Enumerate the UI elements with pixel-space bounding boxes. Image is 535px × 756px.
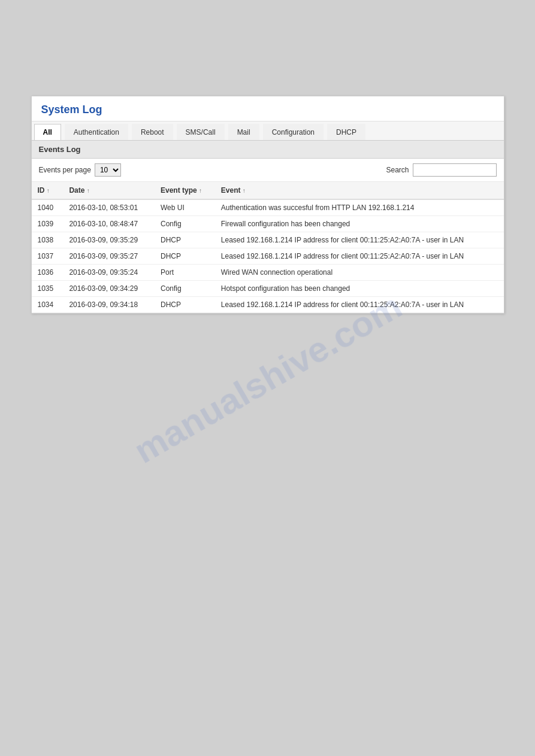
cell-id: 1035 [32, 281, 64, 297]
cell-date: 2016-03-09, 09:34:29 [63, 281, 155, 297]
cell-date: 2016-03-09, 09:35:24 [63, 265, 155, 281]
tab-all[interactable]: All [34, 124, 61, 140]
cell-event-type: Config [155, 281, 215, 297]
search-label: Search [386, 166, 409, 174]
cell-event: Authentication was succesful from HTTP L… [215, 199, 504, 216]
system-log-panel: System Log AllAuthenticationRebootSMS/Ca… [31, 96, 504, 314]
col-header-event[interactable]: Event ↑ [215, 182, 504, 199]
sort-icon: ↑ [199, 187, 202, 194]
tab-authentication[interactable]: Authentication [65, 124, 128, 140]
tab-bar: AllAuthenticationRebootSMS/CallMailConfi… [32, 122, 504, 141]
tab-dhcp[interactable]: DHCP [327, 124, 365, 140]
table-row: 10402016-03-10, 08:53:01Web UIAuthentica… [32, 199, 504, 216]
sort-icon: ↑ [87, 187, 90, 194]
table-row: 10362016-03-09, 09:35:24PortWired WAN co… [32, 265, 504, 281]
sort-icon: ↑ [47, 187, 50, 194]
table-body: 10402016-03-10, 08:53:01Web UIAuthentica… [32, 199, 504, 313]
cell-event: Leased 192.168.1.214 IP address for clie… [215, 232, 504, 248]
cell-date: 2016-03-10, 08:53:01 [63, 199, 155, 216]
search-area: Search [386, 163, 496, 177]
section-header: Events Log [32, 141, 504, 159]
events-per-page-select[interactable]: 10 25 50 [95, 163, 121, 177]
col-header-id[interactable]: ID ↑ [32, 182, 64, 199]
tab-configuration[interactable]: Configuration [263, 124, 324, 140]
cell-event: Firewall configuration has been changed [215, 216, 504, 232]
col-header-event-type[interactable]: Event type ↑ [155, 182, 215, 199]
sort-icon: ↑ [243, 187, 246, 194]
cell-id: 1040 [32, 199, 64, 216]
tab-sms-call[interactable]: SMS/Call [177, 124, 225, 140]
cell-event: Wired WAN connection operational [215, 265, 504, 281]
col-header-date[interactable]: Date ↑ [63, 182, 155, 199]
tab-mail[interactable]: Mail [228, 124, 259, 140]
search-input[interactable] [413, 163, 497, 177]
cell-id: 1036 [32, 265, 64, 281]
table-row: 10352016-03-09, 09:34:29ConfigHotspot co… [32, 281, 504, 297]
table-row: 10372016-03-09, 09:35:27DHCPLeased 192.1… [32, 248, 504, 265]
events-per-page-area: Events per page 10 25 50 [39, 163, 121, 177]
events-controls: Events per page 10 25 50 Search [32, 159, 504, 182]
table-row: 10392016-03-10, 08:48:47ConfigFirewall c… [32, 216, 504, 232]
cell-event-type: Web UI [155, 199, 215, 216]
panel-title: System Log [32, 96, 504, 122]
table-row: 10382016-03-09, 09:35:29DHCPLeased 192.1… [32, 232, 504, 248]
tab-reboot[interactable]: Reboot [132, 124, 173, 140]
cell-id: 1039 [32, 216, 64, 232]
cell-id: 1034 [32, 297, 64, 313]
table-row: 10342016-03-09, 09:34:18DHCPLeased 192.1… [32, 297, 504, 313]
cell-event: Leased 192.168.1.214 IP address for clie… [215, 248, 504, 265]
cell-event-type: Port [155, 265, 215, 281]
table-header-row: ID ↑Date ↑Event type ↑Event ↑ [32, 182, 504, 199]
cell-date: 2016-03-10, 08:48:47 [63, 216, 155, 232]
cell-event-type: DHCP [155, 248, 215, 265]
cell-id: 1037 [32, 248, 64, 265]
cell-event-type: DHCP [155, 232, 215, 248]
cell-event-type: Config [155, 216, 215, 232]
cell-date: 2016-03-09, 09:35:29 [63, 232, 155, 248]
cell-date: 2016-03-09, 09:35:27 [63, 248, 155, 265]
cell-event-type: DHCP [155, 297, 215, 313]
cell-id: 1038 [32, 232, 64, 248]
events-per-page-label: Events per page [39, 166, 91, 174]
events-table: ID ↑Date ↑Event type ↑Event ↑ 10402016-0… [32, 182, 504, 313]
cell-event: Leased 192.168.1.214 IP address for clie… [215, 297, 504, 313]
cell-event: Hotspot configuration has been changed [215, 281, 504, 297]
cell-date: 2016-03-09, 09:34:18 [63, 297, 155, 313]
